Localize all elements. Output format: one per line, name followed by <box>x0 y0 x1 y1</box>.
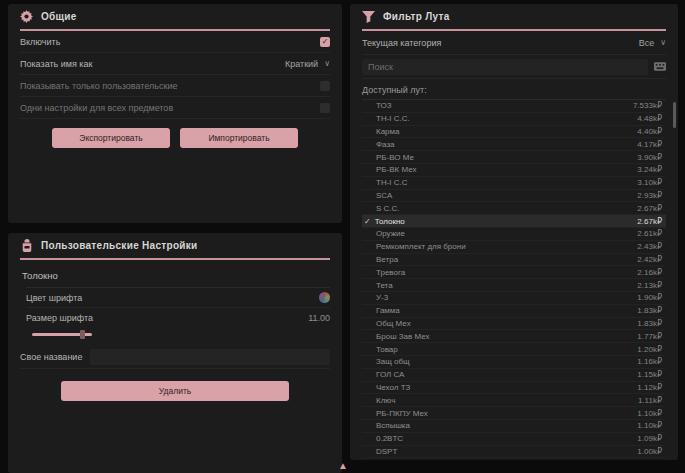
name-mode-label: Показать имя как <box>20 59 92 69</box>
list-item[interactable]: ✓Гамма 1.83k₽ <box>362 305 666 318</box>
export-button[interactable]: Экспортировать <box>52 128 170 148</box>
list-item[interactable]: ✓Брош Зав Мех 1.77k₽ <box>362 330 666 343</box>
delete-button[interactable]: Удалить <box>61 381 289 401</box>
font-size-label: Размер шрифта <box>26 313 93 323</box>
custom-name-row: Свое название <box>20 345 330 369</box>
item-value: 2.16k₽ <box>637 268 662 277</box>
item-value: 2.42k₽ <box>637 255 662 264</box>
general-panel-title: Общие <box>41 11 77 22</box>
item-name: Общ Мех <box>376 319 411 328</box>
item-value: 1.12k₽ <box>637 383 662 392</box>
enable-checkbox[interactable]: ✓ <box>320 37 330 47</box>
item-name: Ветра <box>376 255 398 264</box>
keyboard-icon[interactable] <box>654 62 666 71</box>
funnel-icon <box>362 10 375 23</box>
list-item[interactable]: ✓РБ-ВО Ме 3.90k₽ <box>362 151 666 164</box>
list-item[interactable]: ✓DSPT 1.00k₽ <box>362 446 666 459</box>
list-item[interactable]: ✓SCA 2.93k₽ <box>362 190 666 203</box>
item-value: 7.533k₽ <box>633 101 662 110</box>
item-value: 1.11k₽ <box>638 396 662 405</box>
font-color-label: Цвет шрифта <box>26 293 82 303</box>
custom-panel-title: Пользовательские Настройки <box>41 240 198 251</box>
category-dropdown[interactable]: Все ∨ <box>639 38 666 48</box>
custom-settings-panel: Пользовательские Настройки Толокно Цвет … <box>8 233 342 473</box>
item-value: 2.67k₽ <box>637 217 662 226</box>
item-name: Ремкомплект для брони <box>376 242 466 251</box>
list-item[interactable]: ✓Толокно 2.67k₽ <box>362 215 666 228</box>
slider-handle[interactable] <box>80 330 85 339</box>
scrollbar-handle[interactable] <box>673 102 676 128</box>
item-value: 1.00k₽ <box>637 447 662 456</box>
setting-row-same-settings: Одни настройки для всех предметов <box>20 97 330 119</box>
item-value: 1.83k₽ <box>637 306 662 315</box>
list-item[interactable]: ✓Карма 4.40k₽ <box>362 126 666 139</box>
loot-list: ✓ТОЗ 7.533k₽ ✓ТН-І С.С. 4.48k₽ ✓Карма 4.… <box>362 99 666 458</box>
list-item[interactable]: ✓У-3 1.90k₽ <box>362 292 666 305</box>
font-size-row: Размер шрифта 11.00 <box>26 308 330 328</box>
name-mode-dropdown[interactable]: Краткий ∨ <box>285 59 330 69</box>
item-value: 1.10k₽ <box>637 421 662 430</box>
chevron-down-icon: ∨ <box>324 59 330 68</box>
item-value: 3.10k₽ <box>637 178 662 187</box>
list-item[interactable]: ✓РБ-ПКПУ Мех 1.10k₽ <box>362 407 666 420</box>
resize-handle-icon[interactable]: ▲ <box>337 460 349 472</box>
list-item[interactable]: ✓Защ общ 1.16k₽ <box>362 356 666 369</box>
item-value: 1.15k₽ <box>637 370 662 379</box>
available-loot-label: Доступный лут: <box>362 85 666 95</box>
list-item[interactable]: ✓Тета 2.13k₽ <box>362 279 666 292</box>
item-name: DSPT <box>376 447 397 456</box>
loot-filter-panel: Фильтр Лута Текущая категория Все ∨ Дост… <box>350 4 678 460</box>
general-panel: Общие Включить ✓ Показать имя как Кратки… <box>8 4 342 223</box>
delete-wrap: Удалить <box>20 381 330 401</box>
list-item[interactable]: ✓S С.С. 2.67k₽ <box>362 202 666 215</box>
item-name: Толокно <box>375 217 405 226</box>
list-item[interactable]: ✓ТН-І С.С 3.10k₽ <box>362 177 666 190</box>
item-value: 2.67k₽ <box>637 204 662 213</box>
item-name: Вспышка <box>376 421 410 430</box>
list-item[interactable]: ✓Тревога 2.16k₽ <box>362 266 666 279</box>
only-custom-checkbox[interactable] <box>320 81 330 91</box>
list-item[interactable]: ✓ТН-І С.С. 4.48k₽ <box>362 113 666 126</box>
item-name: ТН-І С.С. <box>376 114 410 123</box>
font-size-slider[interactable] <box>32 329 330 339</box>
category-value: Все <box>639 38 655 48</box>
list-item[interactable]: ✓Фаза 4.17k₽ <box>362 138 666 151</box>
list-item[interactable]: ✓РБ-ВК Мех 3.24k₽ <box>362 164 666 177</box>
setting-row-enable: Включить ✓ <box>20 31 330 53</box>
item-name: РБ-ПКПУ Мех <box>376 409 428 418</box>
item-name: Тета <box>376 281 393 290</box>
list-item[interactable]: ✓ГОЛ СА 1.15k₽ <box>362 369 666 382</box>
color-picker-icon[interactable] <box>319 292 330 303</box>
custom-name-label: Свое название <box>20 352 82 362</box>
list-item[interactable]: ✓Оружие 2.61k₽ <box>362 228 666 241</box>
same-settings-checkbox[interactable] <box>320 103 330 113</box>
list-item[interactable]: ✓Чехол ТЗ 1.12k₽ <box>362 382 666 395</box>
gear-icon <box>20 10 33 23</box>
list-item[interactable]: ✓Общ Мех 1.83k₽ <box>362 318 666 331</box>
item-value: 1.83k₽ <box>637 319 662 328</box>
list-item[interactable]: ✓Вспышка 1.10k₽ <box>362 420 666 433</box>
item-value: 1.10k₽ <box>637 409 662 418</box>
general-panel-header: Общие <box>20 4 330 31</box>
item-name: Тревога <box>376 268 405 277</box>
list-item[interactable]: ✓0.2BTC 1.09k₽ <box>362 433 666 446</box>
same-settings-label: Одни настройки для всех предметов <box>20 103 173 113</box>
setting-row-name-mode: Показать имя как Краткий ∨ <box>20 53 330 75</box>
category-label: Текущая категория <box>362 38 441 48</box>
list-item[interactable]: ✓Ветра 2.42k₽ <box>362 254 666 267</box>
list-item[interactable]: ✓Ремкомплект для брони 2.43k₽ <box>362 241 666 254</box>
import-button[interactable]: Импортировать <box>180 128 298 148</box>
list-item[interactable]: ✓Ключ 1.11k₽ <box>362 394 666 407</box>
custom-panel-header: Пользовательские Настройки <box>20 233 330 260</box>
item-value: 2.43k₽ <box>637 242 662 251</box>
item-name: Товар <box>376 345 398 354</box>
search-input[interactable] <box>362 59 648 75</box>
category-row: Текущая категория Все ∨ <box>362 31 666 55</box>
selected-item-name: Толокно <box>22 270 330 281</box>
list-item[interactable]: ✓ТОЗ 7.533k₽ <box>362 100 666 113</box>
list-item[interactable]: ✓Товар 1.20k₽ <box>362 343 666 356</box>
custom-name-input[interactable] <box>90 349 330 365</box>
backpack-icon <box>20 239 33 252</box>
item-value: 1.77k₽ <box>637 332 662 341</box>
loot-scrollbar[interactable] <box>673 100 676 456</box>
